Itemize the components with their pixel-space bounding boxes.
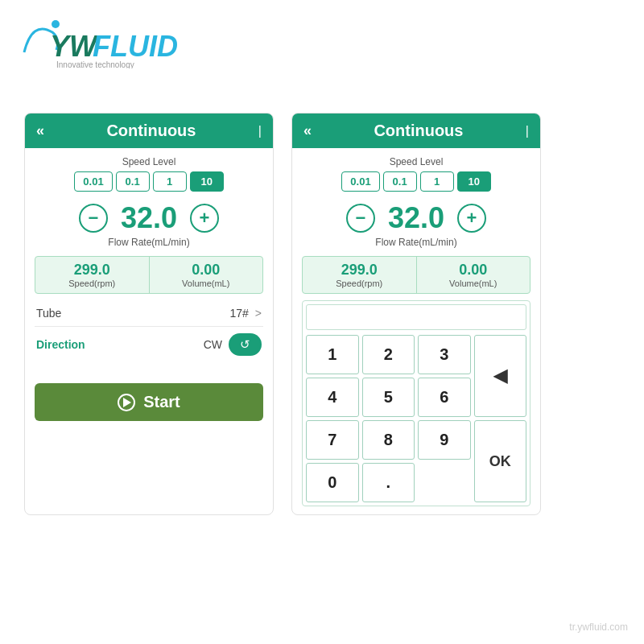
key-8[interactable]: 8	[362, 420, 415, 460]
right-flow-value: 32.0	[388, 201, 444, 235]
logo-area: YW FLUID Innovative technology	[16, 8, 177, 72]
left-volume-cell: 0.00 Volume(mL)	[150, 257, 263, 293]
right-panel-body: Speed Level 0.01 0.1 1 10 − 32.0 + Flow …	[292, 148, 540, 514]
panels-row: « Continuous | Speed Level 0.01 0.1 1 10…	[24, 113, 541, 515]
key-ok[interactable]: OK	[474, 420, 527, 502]
right-increase-button[interactable]: +	[457, 204, 486, 233]
left-direction-value: CW ↺	[204, 333, 262, 356]
key-0[interactable]: 0	[306, 463, 359, 502]
left-flow-value: 32.0	[121, 201, 177, 235]
right-speed-level-label: Speed Level	[302, 156, 530, 167]
right-volume-cell: 0.00 Volume(mL)	[417, 257, 530, 293]
svg-text:Innovative technology: Innovative technology	[56, 60, 134, 68]
right-back-button[interactable]: «	[303, 122, 312, 139]
watermark: tr.ywfluid.com	[569, 621, 628, 633]
keypad-grid: 1 2 3 ◀ 4 5 6 7 8 9 OK 0	[306, 335, 526, 502]
left-speed-btn-0[interactable]: 0.01	[74, 171, 112, 192]
right-volume-label: Volume(mL)	[423, 279, 524, 288]
left-volume-label: Volume(mL)	[156, 279, 257, 288]
left-speed-value: 299.0	[42, 262, 142, 279]
left-speed-level-label: Speed Level	[35, 156, 263, 167]
right-panel-menu[interactable]: |	[526, 124, 529, 138]
right-speed-btn-1[interactable]: 0.1	[383, 171, 417, 192]
key-3[interactable]: 3	[418, 335, 471, 374]
left-start-button[interactable]: Start	[35, 383, 263, 421]
left-panel-menu[interactable]: |	[258, 124, 262, 138]
key-backspace[interactable]: ◀	[474, 335, 527, 417]
left-tube-row: Tube 17# >	[35, 300, 263, 327]
right-panel-title: Continuous	[320, 122, 518, 140]
left-decrease-button[interactable]: −	[79, 204, 108, 233]
left-speed-btn-2[interactable]: 1	[153, 171, 187, 192]
key-7[interactable]: 7	[306, 420, 359, 460]
right-panel-header: « Continuous |	[292, 114, 540, 148]
key-9[interactable]: 9	[418, 420, 471, 460]
left-increase-button[interactable]: +	[190, 204, 219, 233]
right-panel: « Continuous | Speed Level 0.01 0.1 1 10…	[291, 113, 541, 515]
svg-point-0	[52, 20, 60, 28]
left-tube-value[interactable]: 17# >	[229, 307, 262, 320]
key-5[interactable]: 5	[362, 378, 415, 417]
right-speed-cell: 299.0 Speed(rpm)	[303, 257, 417, 293]
page-wrapper: YW FLUID Innovative technology tr.ywflui…	[0, 0, 644, 644]
right-speed-value: 299.0	[309, 262, 410, 279]
right-flow-rate-label: Flow Rate(mL/min)	[302, 237, 530, 248]
left-speed-buttons: 0.01 0.1 1 10	[35, 171, 263, 192]
left-tube-arrow: >	[255, 307, 262, 320]
right-speed-btn-0[interactable]: 0.01	[341, 171, 379, 192]
left-volume-value: 0.00	[156, 262, 257, 279]
left-direction-cw: CW	[204, 338, 222, 351]
left-direction-toggle[interactable]: ↺	[229, 333, 262, 356]
right-volume-value: 0.00	[423, 262, 524, 279]
right-speed-btn-3[interactable]: 10	[457, 171, 491, 192]
play-icon	[118, 394, 135, 411]
left-start-btn-wrapper: Start	[25, 370, 273, 432]
left-speed-btn-3[interactable]: 10	[190, 171, 224, 192]
left-panel-title: Continuous	[52, 122, 250, 140]
svg-text:YW: YW	[50, 30, 99, 63]
left-speed-cell: 299.0 Speed(rpm)	[35, 257, 150, 293]
svg-text:FLUID: FLUID	[93, 30, 177, 63]
left-direction-row: Direction CW ↺	[35, 327, 263, 362]
right-sv-row: 299.0 Speed(rpm) 0.00 Volume(mL)	[302, 256, 530, 294]
right-speed-label: Speed(rpm)	[309, 279, 410, 288]
left-tube-label: Tube	[36, 307, 61, 320]
right-decrease-button[interactable]: −	[346, 204, 375, 233]
key-1[interactable]: 1	[306, 335, 359, 374]
left-flow-rate-label: Flow Rate(mL/min)	[35, 237, 263, 248]
left-panel: « Continuous | Speed Level 0.01 0.1 1 10…	[24, 113, 274, 515]
key-6[interactable]: 6	[418, 378, 471, 417]
left-panel-header: « Continuous |	[25, 114, 273, 148]
keypad-input-display	[306, 304, 526, 330]
keypad-area: 1 2 3 ◀ 4 5 6 7 8 9 OK 0	[302, 300, 530, 506]
play-triangle	[123, 398, 131, 407]
left-back-button[interactable]: «	[36, 122, 44, 139]
key-4[interactable]: 4	[306, 378, 359, 417]
left-sv-row: 299.0 Speed(rpm) 0.00 Volume(mL)	[35, 256, 263, 294]
left-flow-rate-row: − 32.0 +	[35, 201, 263, 235]
right-speed-buttons: 0.01 0.1 1 10	[302, 171, 530, 192]
left-panel-body: Speed Level 0.01 0.1 1 10 − 32.0 + Flow …	[25, 148, 273, 370]
right-flow-rate-row: − 32.0 +	[302, 201, 530, 235]
left-speed-btn-1[interactable]: 0.1	[116, 171, 150, 192]
right-speed-btn-2[interactable]: 1	[420, 171, 454, 192]
left-start-label: Start	[143, 393, 180, 411]
key-2[interactable]: 2	[362, 335, 415, 374]
key-dot[interactable]: .	[362, 463, 415, 502]
left-speed-label: Speed(rpm)	[42, 279, 142, 288]
left-direction-label: Direction	[36, 338, 85, 351]
